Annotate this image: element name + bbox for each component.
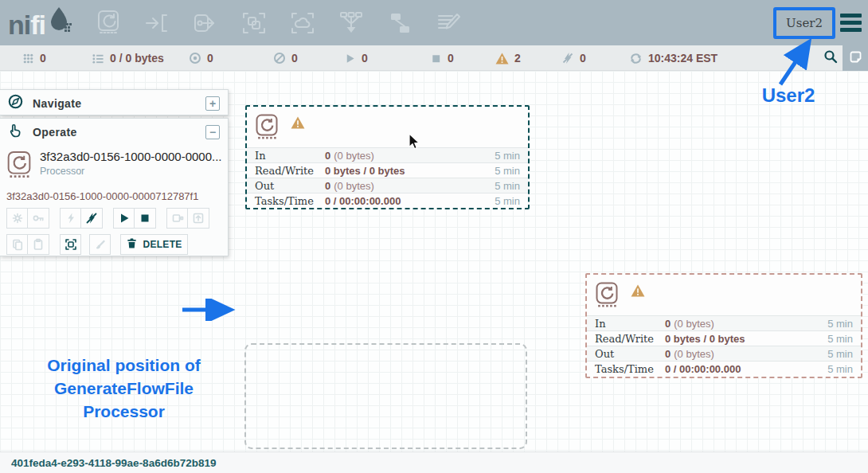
stat-value: 0 bytes / 0 bytes xyxy=(665,333,745,345)
color-button[interactable] xyxy=(89,234,111,255)
nifi-droplet-icon xyxy=(47,6,72,39)
operate-panel: Operate − 3f32a3d0-0156-1000-0000-0000..… xyxy=(0,118,229,256)
trash-icon xyxy=(126,237,138,252)
stat-value: 0 bytes / 0 bytes xyxy=(325,165,405,177)
annotation-arrow-up xyxy=(771,35,822,89)
stat-row-tasks: Tasks/Time 0 / 00:00:00.000 5 min xyxy=(247,193,528,208)
navigate-panel-title: Navigate xyxy=(33,97,82,110)
label-icon[interactable] xyxy=(435,8,462,38)
stat-label: Read/Write xyxy=(255,165,325,177)
invalid-warning-icon xyxy=(631,284,645,300)
stat-window: 5 min xyxy=(827,348,853,360)
user2-highlight-box: User2 xyxy=(773,7,835,39)
hand-pointer-icon xyxy=(8,123,23,141)
stat-label: Out xyxy=(255,180,325,192)
operate-collapse-button[interactable]: − xyxy=(205,125,220,139)
stat-label: Read/Write xyxy=(595,333,665,345)
queued-icon xyxy=(92,53,104,64)
paste-button[interactable] xyxy=(28,234,49,255)
create-template-button[interactable] xyxy=(166,208,188,229)
queued-status: 0 / 0 bytes xyxy=(92,45,164,71)
stat-value-detail: (0 bytes) xyxy=(334,180,374,192)
stat-value: 0 / 00:00:00.000 xyxy=(665,363,741,375)
stat-row-readwrite: Read/Write 0 bytes / 0 bytes 5 min xyxy=(247,162,528,178)
queued-count: 0 / 0 bytes xyxy=(110,52,164,64)
stat-value-detail: (0 bytes) xyxy=(674,318,714,330)
invalid-count: 2 xyxy=(514,52,521,64)
stat-row-readwrite: Read/Write 0 bytes / 0 bytes 5 min xyxy=(587,330,861,346)
stat-window: 5 min xyxy=(827,333,853,345)
not-transmitting-status: 0 xyxy=(273,45,298,71)
navigate-expand-button[interactable]: + xyxy=(205,96,220,111)
disable-button[interactable] xyxy=(81,208,103,229)
operate-panel-header[interactable]: Operate − xyxy=(0,119,228,145)
disabled-icon xyxy=(561,52,574,64)
stat-value-detail: (0 bytes) xyxy=(674,348,714,360)
processor-stats: In 0 (0 bytes) 5 min Read/Write 0 bytes … xyxy=(247,147,528,208)
start-button[interactable] xyxy=(113,208,135,229)
stat-value: 0 / 00:00:00.000 xyxy=(325,195,401,207)
component-toolbar xyxy=(95,8,462,38)
processor-generateflowfile-copy[interactable]: In 0 (0 bytes) 5 min Read/Write 0 bytes … xyxy=(585,273,862,378)
stat-window: 5 min xyxy=(495,180,520,192)
remote-process-group-icon[interactable] xyxy=(289,8,316,38)
notes-panel-button[interactable] xyxy=(843,45,868,71)
processor-icon xyxy=(595,280,619,312)
stat-row-out: Out 0 (0 bytes) 5 min xyxy=(247,178,528,193)
disabled-count: 0 xyxy=(580,52,586,64)
stat-window: 5 min xyxy=(827,318,853,330)
component-type: Processor xyxy=(40,166,221,177)
upload-template-button[interactable] xyxy=(188,208,209,229)
stopped-status: 0 xyxy=(430,45,454,71)
group-button[interactable] xyxy=(60,234,81,255)
mouse-cursor xyxy=(408,133,420,150)
processor-icon[interactable] xyxy=(95,8,122,38)
annotation-line: Processor xyxy=(22,400,225,423)
process-group-icon[interactable] xyxy=(240,8,268,38)
template-icon[interactable] xyxy=(386,8,413,38)
transmitting-status: 0 xyxy=(189,45,213,71)
active-threads-icon xyxy=(22,53,34,64)
original-position-outline xyxy=(244,343,527,449)
stat-window: 5 min xyxy=(827,363,853,375)
note-icon xyxy=(849,50,862,67)
delete-button[interactable]: DELETE xyxy=(120,234,188,255)
configure-button[interactable] xyxy=(6,208,28,229)
footer-bar: 401feda4-e293-4118-99ae-8a6d6b72b819 xyxy=(0,452,868,473)
invalid-status: 2 xyxy=(495,45,521,71)
navigate-panel: Navigate + xyxy=(0,89,229,115)
operate-panel-body: 3f32a3d0-0156-1000-0000-0000... Processo… xyxy=(0,145,228,263)
stopped-count: 0 xyxy=(448,52,454,64)
search-button[interactable] xyxy=(819,45,843,71)
flow-canvas[interactable]: Navigate + Operate − 3f32a3d0-0156-1000-… xyxy=(0,71,868,452)
invalid-warning-icon xyxy=(291,116,305,132)
last-refresh-status: 10:43:24 EST xyxy=(629,45,717,71)
input-port-icon[interactable] xyxy=(143,8,170,38)
processor-generateflowfile[interactable]: In 0 (0 bytes) 5 min Read/Write 0 bytes … xyxy=(245,105,530,209)
stat-value: 0 xyxy=(665,318,671,330)
stat-row-in: In 0 (0 bytes) 5 min xyxy=(247,147,528,162)
access-policies-button[interactable] xyxy=(28,208,49,229)
navigate-panel-header[interactable]: Navigate + xyxy=(0,90,228,116)
global-menu-icon[interactable] xyxy=(840,14,862,32)
delete-button-label: DELETE xyxy=(143,239,182,250)
copy-button[interactable] xyxy=(6,234,28,255)
selected-component-summary: 3f32a3d0-0156-1000-0000-0000... Processo… xyxy=(6,150,221,182)
enable-button[interactable] xyxy=(60,208,81,229)
current-user[interactable]: User2 xyxy=(786,16,823,30)
output-port-icon[interactable] xyxy=(192,8,219,38)
invalid-warning-icon xyxy=(495,53,509,64)
processor-header xyxy=(247,107,528,147)
transmitting-count: 0 xyxy=(207,52,213,64)
stat-label: Out xyxy=(595,348,665,360)
funnel-icon[interactable] xyxy=(338,8,365,38)
operate-panel-title: Operate xyxy=(33,126,77,139)
active-threads-status: 0 xyxy=(22,45,46,71)
flow-id: 401feda4-e293-4118-99ae-8a6d6b72b819 xyxy=(11,457,216,469)
nifi-application: nifi xyxy=(0,0,868,473)
component-id: 3f32a3d0-0156-1000-0000-0000712787f1 xyxy=(6,190,221,202)
stat-value: 0 xyxy=(665,348,671,360)
stop-button[interactable] xyxy=(135,208,156,229)
search-icon xyxy=(823,49,838,67)
operate-button-row-1 xyxy=(6,208,221,229)
